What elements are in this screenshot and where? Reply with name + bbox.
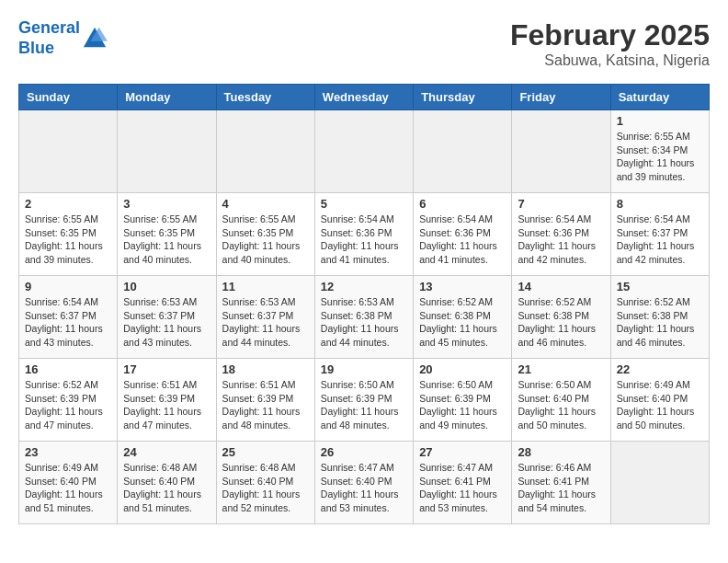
- calendar-cell: 28Sunrise: 6:46 AM Sunset: 6:41 PM Dayli…: [512, 442, 610, 524]
- weekday-header-monday: Monday: [118, 85, 216, 110]
- calendar-cell: 18Sunrise: 6:51 AM Sunset: 6:39 PM Dayli…: [216, 359, 314, 442]
- calendar-cell: 22Sunrise: 6:49 AM Sunset: 6:40 PM Dayli…: [610, 359, 709, 442]
- day-info: Sunrise: 6:55 AM Sunset: 6:35 PM Dayligh…: [25, 213, 111, 267]
- day-info: Sunrise: 6:50 AM Sunset: 6:39 PM Dayligh…: [419, 378, 506, 432]
- day-number: 28: [518, 445, 604, 459]
- day-number: 12: [321, 280, 407, 293]
- day-number: 7: [518, 197, 604, 211]
- calendar-cell: 20Sunrise: 6:50 AM Sunset: 6:39 PM Dayli…: [414, 359, 512, 442]
- day-number: 18: [222, 362, 309, 376]
- week-row-5: 23Sunrise: 6:49 AM Sunset: 6:40 PM Dayli…: [19, 442, 710, 524]
- calendar-cell: [610, 442, 709, 524]
- weekday-header-thursday: Thursday: [414, 85, 512, 110]
- calendar-cell: 8Sunrise: 6:54 AM Sunset: 6:37 PM Daylig…: [610, 193, 709, 276]
- day-number: 25: [222, 445, 309, 459]
- calendar-cell: 15Sunrise: 6:52 AM Sunset: 6:38 PM Dayli…: [610, 276, 709, 359]
- day-number: 22: [617, 362, 703, 376]
- calendar-cell: 1Sunrise: 6:55 AM Sunset: 6:34 PM Daylig…: [610, 110, 709, 193]
- day-info: Sunrise: 6:51 AM Sunset: 6:39 PM Dayligh…: [222, 378, 309, 432]
- calendar-cell: 14Sunrise: 6:52 AM Sunset: 6:38 PM Dayli…: [512, 276, 610, 359]
- calendar-cell: 17Sunrise: 6:51 AM Sunset: 6:39 PM Dayli…: [118, 359, 216, 442]
- day-number: 11: [222, 280, 309, 293]
- day-info: Sunrise: 6:54 AM Sunset: 6:37 PM Dayligh…: [617, 213, 703, 267]
- calendar-cell: 24Sunrise: 6:48 AM Sunset: 6:40 PM Dayli…: [118, 442, 216, 524]
- day-info: Sunrise: 6:46 AM Sunset: 6:41 PM Dayligh…: [518, 461, 604, 515]
- subtitle: Sabuwa, Katsina, Nigeria: [510, 52, 710, 69]
- day-info: Sunrise: 6:49 AM Sunset: 6:40 PM Dayligh…: [25, 461, 111, 515]
- calendar-cell: [19, 110, 118, 193]
- calendar-cell: 16Sunrise: 6:52 AM Sunset: 6:39 PM Dayli…: [19, 359, 118, 442]
- day-number: 24: [123, 445, 210, 459]
- week-row-4: 16Sunrise: 6:52 AM Sunset: 6:39 PM Dayli…: [19, 359, 710, 442]
- day-info: Sunrise: 6:54 AM Sunset: 6:37 PM Dayligh…: [25, 295, 111, 350]
- day-number: 26: [321, 445, 407, 459]
- day-info: Sunrise: 6:52 AM Sunset: 6:39 PM Dayligh…: [25, 378, 111, 432]
- day-info: Sunrise: 6:53 AM Sunset: 6:37 PM Dayligh…: [123, 295, 210, 350]
- day-info: Sunrise: 6:48 AM Sunset: 6:40 PM Dayligh…: [222, 461, 309, 515]
- weekday-header-sunday: Sunday: [19, 85, 118, 110]
- day-info: Sunrise: 6:50 AM Sunset: 6:40 PM Dayligh…: [518, 378, 604, 432]
- weekday-header-saturday: Saturday: [610, 85, 709, 110]
- calendar-cell: 10Sunrise: 6:53 AM Sunset: 6:37 PM Dayli…: [118, 276, 216, 359]
- calendar-cell: 4Sunrise: 6:55 AM Sunset: 6:35 PM Daylig…: [216, 193, 314, 276]
- day-info: Sunrise: 6:50 AM Sunset: 6:39 PM Dayligh…: [321, 378, 407, 432]
- calendar-cell: 27Sunrise: 6:47 AM Sunset: 6:41 PM Dayli…: [414, 442, 512, 524]
- day-info: Sunrise: 6:53 AM Sunset: 6:37 PM Dayligh…: [222, 295, 309, 350]
- day-info: Sunrise: 6:54 AM Sunset: 6:36 PM Dayligh…: [321, 213, 407, 267]
- calendar-cell: 11Sunrise: 6:53 AM Sunset: 6:37 PM Dayli…: [216, 276, 314, 359]
- day-info: Sunrise: 6:55 AM Sunset: 6:35 PM Dayligh…: [222, 213, 309, 267]
- day-info: Sunrise: 6:48 AM Sunset: 6:40 PM Dayligh…: [123, 461, 210, 515]
- week-row-3: 9Sunrise: 6:54 AM Sunset: 6:37 PM Daylig…: [19, 276, 710, 359]
- day-number: 1: [617, 114, 703, 128]
- calendar-cell: [216, 110, 314, 193]
- day-number: 19: [321, 362, 407, 376]
- day-number: 17: [123, 362, 210, 376]
- week-row-2: 2Sunrise: 6:55 AM Sunset: 6:35 PM Daylig…: [19, 193, 710, 276]
- week-row-1: 1Sunrise: 6:55 AM Sunset: 6:34 PM Daylig…: [19, 110, 710, 193]
- day-info: Sunrise: 6:51 AM Sunset: 6:39 PM Dayligh…: [123, 378, 210, 432]
- calendar-cell: [118, 110, 216, 193]
- calendar-cell: 9Sunrise: 6:54 AM Sunset: 6:37 PM Daylig…: [19, 276, 118, 359]
- logo: GeneralBlue: [18, 18, 108, 58]
- day-info: Sunrise: 6:52 AM Sunset: 6:38 PM Dayligh…: [617, 295, 703, 350]
- day-info: Sunrise: 6:52 AM Sunset: 6:38 PM Dayligh…: [419, 295, 506, 350]
- day-number: 14: [518, 280, 604, 293]
- day-number: 3: [123, 197, 210, 211]
- day-number: 21: [518, 362, 604, 376]
- day-info: Sunrise: 6:47 AM Sunset: 6:41 PM Dayligh…: [419, 461, 506, 515]
- day-info: Sunrise: 6:52 AM Sunset: 6:38 PM Dayligh…: [518, 295, 604, 350]
- day-info: Sunrise: 6:47 AM Sunset: 6:40 PM Dayligh…: [321, 461, 407, 515]
- logo-text: GeneralBlue: [18, 18, 80, 58]
- logo-icon: [82, 26, 108, 52]
- title-block: February 2025 Sabuwa, Katsina, Nigeria: [510, 18, 710, 69]
- day-info: Sunrise: 6:54 AM Sunset: 6:36 PM Dayligh…: [518, 213, 604, 267]
- day-number: 8: [617, 197, 703, 211]
- calendar-cell: 25Sunrise: 6:48 AM Sunset: 6:40 PM Dayli…: [216, 442, 314, 524]
- calendar-cell: 19Sunrise: 6:50 AM Sunset: 6:39 PM Dayli…: [314, 359, 413, 442]
- calendar-cell: 5Sunrise: 6:54 AM Sunset: 6:36 PM Daylig…: [314, 193, 413, 276]
- calendar-cell: 13Sunrise: 6:52 AM Sunset: 6:38 PM Dayli…: [414, 276, 512, 359]
- day-info: Sunrise: 6:55 AM Sunset: 6:34 PM Dayligh…: [617, 130, 703, 184]
- weekday-header-row: SundayMondayTuesdayWednesdayThursdayFrid…: [19, 85, 710, 110]
- main-title: February 2025: [510, 18, 710, 52]
- calendar-cell: [414, 110, 512, 193]
- day-number: 15: [617, 280, 703, 293]
- day-info: Sunrise: 6:53 AM Sunset: 6:38 PM Dayligh…: [321, 295, 407, 350]
- day-info: Sunrise: 6:49 AM Sunset: 6:40 PM Dayligh…: [617, 378, 703, 432]
- day-number: 9: [25, 280, 111, 293]
- calendar-cell: 7Sunrise: 6:54 AM Sunset: 6:36 PM Daylig…: [512, 193, 610, 276]
- calendar-cell: [314, 110, 413, 193]
- day-number: 4: [222, 197, 309, 211]
- day-number: 2: [25, 197, 111, 211]
- day-number: 23: [25, 445, 111, 459]
- page-header: GeneralBlue February 2025 Sabuwa, Katsin…: [18, 18, 710, 69]
- calendar-cell: 23Sunrise: 6:49 AM Sunset: 6:40 PM Dayli…: [19, 442, 118, 524]
- day-number: 20: [419, 362, 506, 376]
- day-number: 5: [321, 197, 407, 211]
- day-number: 10: [123, 280, 210, 293]
- calendar-cell: 6Sunrise: 6:54 AM Sunset: 6:36 PM Daylig…: [414, 193, 512, 276]
- day-number: 16: [25, 362, 111, 376]
- calendar-cell: 3Sunrise: 6:55 AM Sunset: 6:35 PM Daylig…: [118, 193, 216, 276]
- day-info: Sunrise: 6:54 AM Sunset: 6:36 PM Dayligh…: [419, 213, 506, 267]
- calendar-cell: 21Sunrise: 6:50 AM Sunset: 6:40 PM Dayli…: [512, 359, 610, 442]
